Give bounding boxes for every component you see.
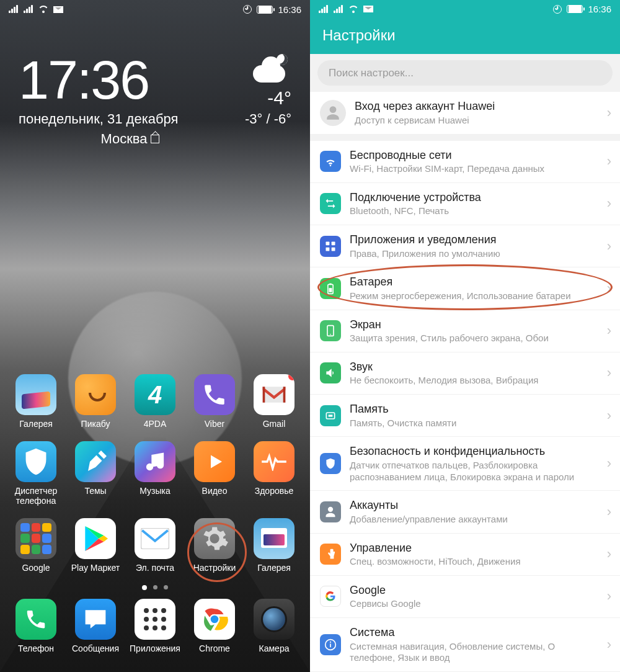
app-video[interactable]: Видео — [188, 441, 241, 506]
svg-rect-7 — [332, 247, 335, 251]
signal2-icon — [24, 6, 33, 13]
memory-icon — [320, 405, 341, 426]
clock-location: Москва — [19, 131, 178, 147]
app-viber[interactable]: Viber — [188, 374, 241, 429]
alarm-icon — [553, 5, 562, 14]
app-themes[interactable]: Темы — [69, 441, 122, 506]
app-health[interactable]: Здоровье — [247, 441, 301, 506]
dock-messages[interactable]: Сообщения — [69, 599, 122, 653]
settings-account[interactable]: Вход через аккаунт HuaweiДоступ к сервис… — [310, 92, 620, 134]
weather-temp: -4° — [245, 87, 291, 109]
dock-chrome[interactable]: Chrome — [188, 599, 241, 653]
dock-camera[interactable]: Камера — [247, 599, 301, 653]
svg-point-12 — [330, 334, 331, 335]
app-pikabu[interactable]: Пикабу — [69, 374, 122, 429]
google-icon — [320, 586, 341, 607]
weather-clock-widget[interactable]: 17:36 понедельник, 31 декабря Москва -4°… — [0, 53, 310, 147]
settings-item-screen[interactable]: ЭкранЗащита зрения, Стиль рабочего экран… — [310, 310, 620, 352]
battery-icon — [567, 5, 583, 13]
sound-icon — [320, 362, 341, 383]
settings-item-grid[interactable]: Приложения и уведомленияПрава, Приложени… — [310, 225, 620, 267]
settings-item-wifi[interactable]: Беспроводные сетиWi-Fi, Настройки SIM-ка… — [310, 135, 620, 183]
chevron-right-icon: › — [607, 455, 611, 472]
settings-item-memory[interactable]: ПамятьПамять, Очистка памяти› — [310, 395, 620, 437]
weather-icon — [248, 56, 291, 85]
app-music[interactable]: Музыка — [128, 441, 182, 506]
grid-icon — [320, 236, 341, 257]
chevron-right-icon: › — [607, 365, 611, 381]
svg-rect-14 — [329, 414, 333, 416]
svg-rect-4 — [326, 241, 330, 245]
battery-icon — [257, 6, 273, 14]
app-4pda[interactable]: 44PDA — [128, 374, 182, 429]
user-avatar-icon — [320, 100, 346, 126]
svg-rect-6 — [326, 247, 330, 251]
statusbar-home: 16:36 — [0, 0, 310, 19]
app-gallery2[interactable]: Галерея — [247, 518, 301, 573]
wifi-icon — [320, 151, 341, 172]
settings-item-hand[interactable]: УправлениеСпец. возможности, HiTouch, Дв… — [310, 534, 620, 576]
settings-item-shield[interactable]: Безопасность и конфиденциальностьДатчик … — [310, 437, 620, 491]
wifi-icon — [348, 6, 358, 13]
signal-icon — [319, 6, 329, 13]
status-time: 16:36 — [588, 4, 611, 14]
weather-range: -3° / -6° — [245, 111, 291, 127]
chevron-right-icon: › — [607, 105, 611, 121]
alarm-icon — [243, 5, 252, 14]
app-email[interactable]: Эл. почта — [128, 518, 182, 573]
chevron-right-icon: › — [607, 280, 611, 297]
settings-title: Настройки — [310, 18, 620, 54]
settings-item-swap[interactable]: Подключение устройстваBluetooth, NFC, Пе… — [310, 183, 620, 225]
statusbar-settings: 16:36 — [310, 0, 620, 18]
settings-item-sound[interactable]: ЗвукНе беспокоить, Мелодия вызова, Вибра… — [310, 352, 620, 395]
signal2-icon — [334, 6, 343, 13]
dock-drawer[interactable]: Приложения — [128, 599, 182, 653]
app-google-folder[interactable]: Google — [9, 518, 63, 573]
dock-phone[interactable]: Телефон — [9, 599, 63, 653]
clock-date: понедельник, 31 декабря — [19, 111, 178, 127]
chevron-right-icon: › — [607, 323, 611, 339]
chevron-right-icon: › — [607, 637, 611, 653]
hand-icon — [320, 544, 341, 565]
mail-status-icon — [363, 6, 373, 12]
svg-point-17 — [330, 642, 331, 643]
settings-item-info[interactable]: СистемаСистемная навигация, Обновление с… — [310, 618, 620, 672]
app-gallery[interactable]: Галерея — [9, 374, 63, 429]
chevron-right-icon: › — [607, 546, 611, 562]
chevron-right-icon: › — [607, 504, 611, 520]
settings-screen: 16:36 Настройки Поиск настроек... Вход ч… — [310, 0, 620, 672]
svg-rect-9 — [329, 284, 331, 285]
user-icon — [320, 501, 341, 522]
search-input[interactable]: Поиск настроек... — [317, 60, 613, 86]
clock-time: 17:36 — [19, 53, 178, 107]
page-indicator — [6, 585, 304, 590]
chevron-right-icon: › — [607, 153, 611, 169]
signal-icon — [9, 6, 19, 13]
app-phone-manager[interactable]: Диспетчер телефона — [9, 441, 63, 506]
app-play-store[interactable]: Play Маркет — [69, 518, 122, 573]
app-settings[interactable]: Настройки — [188, 518, 241, 573]
svg-rect-0 — [141, 528, 169, 549]
wifi-icon — [38, 6, 48, 13]
swap-icon — [320, 193, 341, 214]
chevron-right-icon: › — [607, 588, 611, 604]
app-gmail[interactable]: Gmail — [247, 374, 301, 429]
notification-badge — [288, 374, 294, 380]
shield-icon — [320, 453, 341, 474]
battery-icon — [320, 278, 341, 299]
svg-rect-5 — [332, 241, 335, 245]
settings-list: Вход через аккаунт HuaweiДоступ к сервис… — [310, 92, 620, 672]
app-grid: Галерея Пикабу 44PDA Viber Gmail Диспетч… — [0, 374, 310, 672]
settings-item-battery[interactable]: БатареяРежим энергосбережения, Использов… — [310, 267, 620, 310]
mail-status-icon — [53, 6, 63, 13]
home-screen: 16:36 17:36 понедельник, 31 декабря Моск… — [0, 0, 310, 672]
chevron-right-icon: › — [607, 238, 611, 254]
chevron-right-icon: › — [607, 195, 611, 212]
settings-item-google[interactable]: GoogleСервисы Google› — [310, 576, 620, 618]
home-icon — [151, 135, 159, 143]
chevron-right-icon: › — [607, 408, 611, 424]
settings-item-user[interactable]: АккаунтыДобавление/управление аккаунтами… — [310, 491, 620, 533]
info-icon — [320, 634, 341, 655]
svg-rect-10 — [329, 288, 332, 292]
screen-icon — [320, 320, 341, 341]
